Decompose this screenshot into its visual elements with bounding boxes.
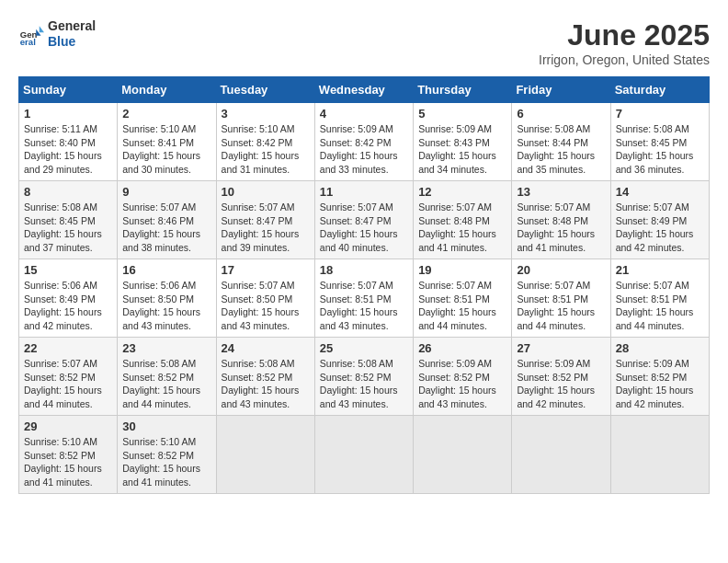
day-number: 15 [24, 263, 112, 277]
day-number: 13 [517, 185, 605, 199]
col-tuesday: Tuesday [216, 77, 314, 103]
day-number: 16 [122, 263, 210, 277]
day-number: 2 [122, 107, 210, 121]
col-saturday: Saturday [610, 77, 709, 103]
day-number: 11 [320, 185, 408, 199]
day-info: Sunrise: 5:11 AM Sunset: 8:40 PM Dayligh… [24, 122, 112, 177]
day-number: 25 [320, 341, 408, 355]
day-info: Sunrise: 5:07 AM Sunset: 8:50 PM Dayligh… [222, 279, 310, 333]
calendar-cell: 21 Sunrise: 5:07 AM Sunset: 8:51 PM Dayl… [610, 259, 709, 338]
col-friday: Friday [512, 77, 610, 103]
calendar-cell: 17 Sunrise: 5:07 AM Sunset: 8:50 PM Dayl… [216, 259, 314, 338]
page-header: Gen eral General Blue June 2025 Irrigon,… [18, 18, 710, 67]
calendar-cell [414, 416, 512, 494]
calendar-cell: 2 Sunrise: 5:10 AM Sunset: 8:41 PM Dayli… [118, 103, 216, 181]
day-number: 22 [24, 341, 112, 355]
day-info: Sunrise: 5:07 AM Sunset: 8:49 PM Dayligh… [616, 201, 704, 255]
calendar-header-row: Sunday Monday Tuesday Wednesday Thursday… [19, 77, 710, 103]
calendar-cell: 18 Sunrise: 5:07 AM Sunset: 8:51 PM Dayl… [314, 259, 413, 338]
logo: Gen eral General Blue [18, 18, 96, 50]
day-number: 28 [616, 341, 704, 355]
day-number: 30 [122, 419, 210, 433]
day-info: Sunrise: 5:08 AM Sunset: 8:52 PM Dayligh… [222, 357, 310, 411]
day-info: Sunrise: 5:07 AM Sunset: 8:47 PM Dayligh… [222, 201, 310, 255]
day-number: 18 [320, 263, 408, 277]
day-number: 8 [24, 185, 112, 199]
day-number: 19 [418, 263, 506, 277]
day-info: Sunrise: 5:06 AM Sunset: 8:50 PM Dayligh… [122, 279, 210, 333]
day-info: Sunrise: 5:09 AM Sunset: 8:43 PM Dayligh… [418, 122, 506, 177]
calendar-cell: 27 Sunrise: 5:09 AM Sunset: 8:52 PM Dayl… [512, 338, 610, 416]
calendar-cell: 6 Sunrise: 5:08 AM Sunset: 8:44 PM Dayli… [512, 103, 610, 181]
day-number: 9 [122, 185, 210, 199]
calendar-cell: 20 Sunrise: 5:07 AM Sunset: 8:51 PM Dayl… [512, 259, 610, 338]
day-info: Sunrise: 5:10 AM Sunset: 8:52 PM Dayligh… [24, 435, 112, 489]
day-number: 29 [24, 419, 112, 433]
calendar-cell: 12 Sunrise: 5:07 AM Sunset: 8:48 PM Dayl… [414, 181, 512, 259]
day-info: Sunrise: 5:09 AM Sunset: 8:52 PM Dayligh… [418, 357, 506, 411]
day-info: Sunrise: 5:07 AM Sunset: 8:48 PM Dayligh… [517, 201, 605, 255]
calendar-cell: 8 Sunrise: 5:08 AM Sunset: 8:45 PM Dayli… [19, 181, 118, 259]
svg-text:eral: eral [20, 37, 36, 47]
day-info: Sunrise: 5:07 AM Sunset: 8:47 PM Dayligh… [320, 201, 408, 255]
day-number: 6 [517, 107, 605, 121]
day-info: Sunrise: 5:08 AM Sunset: 8:52 PM Dayligh… [320, 357, 408, 411]
calendar-cell [512, 416, 610, 494]
col-wednesday: Wednesday [314, 77, 413, 103]
day-number: 21 [616, 263, 704, 277]
title-block: June 2025 Irrigon, Oregon, United States [539, 18, 710, 67]
calendar-cell: 4 Sunrise: 5:09 AM Sunset: 8:42 PM Dayli… [314, 103, 413, 181]
day-info: Sunrise: 5:08 AM Sunset: 8:45 PM Dayligh… [616, 122, 704, 177]
day-info: Sunrise: 5:10 AM Sunset: 8:42 PM Dayligh… [222, 122, 310, 177]
calendar-cell: 24 Sunrise: 5:08 AM Sunset: 8:52 PM Dayl… [216, 338, 314, 416]
calendar-cell: 11 Sunrise: 5:07 AM Sunset: 8:47 PM Dayl… [314, 181, 413, 259]
day-number: 4 [320, 107, 408, 121]
day-number: 20 [517, 263, 605, 277]
calendar-cell: 16 Sunrise: 5:06 AM Sunset: 8:50 PM Dayl… [118, 259, 216, 338]
calendar-cell: 15 Sunrise: 5:06 AM Sunset: 8:49 PM Dayl… [19, 259, 118, 338]
calendar-cell [314, 416, 413, 494]
calendar-cell: 10 Sunrise: 5:07 AM Sunset: 8:47 PM Dayl… [216, 181, 314, 259]
calendar-cell: 14 Sunrise: 5:07 AM Sunset: 8:49 PM Dayl… [610, 181, 709, 259]
calendar-cell: 26 Sunrise: 5:09 AM Sunset: 8:52 PM Dayl… [414, 338, 512, 416]
calendar-cell: 13 Sunrise: 5:07 AM Sunset: 8:48 PM Dayl… [512, 181, 610, 259]
day-info: Sunrise: 5:07 AM Sunset: 8:51 PM Dayligh… [616, 279, 704, 333]
day-info: Sunrise: 5:07 AM Sunset: 8:52 PM Dayligh… [24, 357, 112, 411]
day-info: Sunrise: 5:07 AM Sunset: 8:51 PM Dayligh… [320, 279, 408, 333]
calendar-cell: 29 Sunrise: 5:10 AM Sunset: 8:52 PM Dayl… [19, 416, 118, 494]
day-info: Sunrise: 5:09 AM Sunset: 8:52 PM Dayligh… [517, 357, 605, 411]
logo-general-text: General [48, 18, 96, 34]
calendar-cell: 25 Sunrise: 5:08 AM Sunset: 8:52 PM Dayl… [314, 338, 413, 416]
month-year-title: June 2025 [539, 18, 710, 52]
day-number: 17 [222, 263, 310, 277]
day-info: Sunrise: 5:07 AM Sunset: 8:48 PM Dayligh… [418, 201, 506, 255]
calendar-table: Sunday Monday Tuesday Wednesday Thursday… [18, 76, 710, 494]
day-info: Sunrise: 5:07 AM Sunset: 8:46 PM Dayligh… [122, 201, 210, 255]
day-number: 24 [222, 341, 310, 355]
day-info: Sunrise: 5:06 AM Sunset: 8:49 PM Dayligh… [24, 279, 112, 333]
day-info: Sunrise: 5:08 AM Sunset: 8:44 PM Dayligh… [517, 122, 605, 177]
day-info: Sunrise: 5:07 AM Sunset: 8:51 PM Dayligh… [517, 279, 605, 333]
logo-blue-text: Blue [48, 34, 96, 50]
day-number: 7 [616, 107, 704, 121]
day-info: Sunrise: 5:09 AM Sunset: 8:42 PM Dayligh… [320, 122, 408, 177]
day-number: 1 [24, 107, 112, 121]
day-number: 12 [418, 185, 506, 199]
day-number: 23 [122, 341, 210, 355]
svg-marker-3 [40, 26, 44, 32]
day-number: 14 [616, 185, 704, 199]
calendar-cell: 3 Sunrise: 5:10 AM Sunset: 8:42 PM Dayli… [216, 103, 314, 181]
day-number: 26 [418, 341, 506, 355]
day-info: Sunrise: 5:08 AM Sunset: 8:52 PM Dayligh… [122, 357, 210, 411]
logo-text: General Blue [48, 18, 96, 50]
calendar-cell: 28 Sunrise: 5:09 AM Sunset: 8:52 PM Dayl… [610, 338, 709, 416]
logo-icon: Gen eral [18, 21, 44, 47]
day-info: Sunrise: 5:08 AM Sunset: 8:45 PM Dayligh… [24, 201, 112, 255]
location-subtitle: Irrigon, Oregon, United States [539, 52, 710, 67]
col-monday: Monday [118, 77, 216, 103]
calendar-cell [216, 416, 314, 494]
day-info: Sunrise: 5:09 AM Sunset: 8:52 PM Dayligh… [616, 357, 704, 411]
calendar-cell: 22 Sunrise: 5:07 AM Sunset: 8:52 PM Dayl… [19, 338, 118, 416]
calendar-cell: 5 Sunrise: 5:09 AM Sunset: 8:43 PM Dayli… [414, 103, 512, 181]
calendar-cell: 1 Sunrise: 5:11 AM Sunset: 8:40 PM Dayli… [19, 103, 118, 181]
